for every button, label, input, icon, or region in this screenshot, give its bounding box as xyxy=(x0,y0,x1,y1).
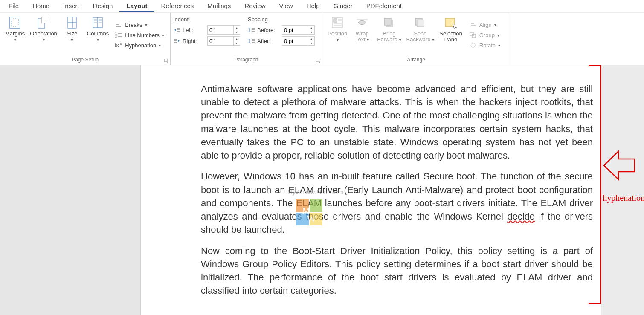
spacing-before-label: Before: xyxy=(257,27,280,33)
send-backward-label-2: Backward xyxy=(406,36,431,43)
size-label: Size xyxy=(67,31,77,37)
chevron-down-icon: ▾ xyxy=(97,38,99,42)
document-area: Antimalware software applications have b… xyxy=(0,65,644,315)
send-backward-button[interactable]: SendBackward ▾ xyxy=(404,14,437,55)
tab-pdfelement[interactable]: PDFelement xyxy=(360,0,409,12)
svg-rect-49 xyxy=(417,20,424,27)
indent-right-icon xyxy=(173,38,181,44)
line-numbers-icon: 12 xyxy=(115,31,122,39)
chevron-down-icon: ▾ xyxy=(14,38,16,42)
chevron-down-icon: ▾ xyxy=(497,33,499,38)
left-margin-gutter xyxy=(0,65,141,315)
group-icon xyxy=(469,31,477,39)
tab-file[interactable]: File xyxy=(2,0,26,12)
chevron-down-icon: ▾ xyxy=(71,38,73,42)
bring-forward-label-2: Forward xyxy=(377,36,397,43)
chevron-down-icon: ▾ xyxy=(494,23,496,27)
line-numbers-button[interactable]: 12 Line Numbers ▾ xyxy=(113,30,166,40)
spacing-after-icon xyxy=(248,38,255,44)
tab-references[interactable]: References xyxy=(154,0,201,12)
size-icon xyxy=(66,15,78,30)
group-label-arrange: Arrange xyxy=(325,55,507,64)
hyphenation-button[interactable]: bca- Hyphenation ▾ xyxy=(113,40,166,50)
spacing-before-value[interactable] xyxy=(282,27,308,33)
columns-button[interactable]: Columns ▾ xyxy=(84,14,111,55)
breaks-button[interactable]: Breaks ▾ xyxy=(113,20,166,29)
svg-text:2: 2 xyxy=(115,35,117,38)
group-objects-button[interactable]: Group ▾ xyxy=(467,30,502,40)
spacing-after-spinner[interactable]: ▲▼ xyxy=(282,36,315,46)
spin-down-icon[interactable]: ▼ xyxy=(234,30,240,34)
line-numbers-label: Line Numbers xyxy=(125,32,160,38)
svg-text:bc: bc xyxy=(115,43,120,48)
spin-up-icon[interactable]: ▲ xyxy=(234,26,240,30)
tab-ginger[interactable]: Ginger xyxy=(327,0,360,12)
columns-label: Columns xyxy=(87,31,109,37)
rotate-label: Rotate xyxy=(479,42,496,49)
bring-forward-label-1: Bring xyxy=(383,30,395,37)
chevron-down-icon: ▾ xyxy=(432,38,434,42)
ribbon-tabs: File Home Insert Design Layout Reference… xyxy=(0,0,644,13)
selection-pane-label-2: Pane xyxy=(444,36,457,43)
spellcheck-underline[interactable]: decide xyxy=(507,211,535,222)
tab-help[interactable]: Help xyxy=(300,0,327,12)
margins-icon xyxy=(9,15,21,30)
group-label-page-setup: Page Setup xyxy=(3,55,168,64)
document-page[interactable]: Antimalware software applications have b… xyxy=(141,65,601,315)
margins-button[interactable]: Margins ▾ xyxy=(3,14,27,55)
indent-right-label: Right: xyxy=(183,38,206,44)
document-paragraph-1[interactable]: Antimalware software applications have b… xyxy=(201,82,593,162)
tab-review[interactable]: Review xyxy=(238,0,272,12)
indent-left-icon xyxy=(173,27,181,33)
tab-design[interactable]: Design xyxy=(86,0,120,12)
hyphenation-icon: bca- xyxy=(115,41,122,49)
bring-forward-button[interactable]: BringForward ▾ xyxy=(374,14,403,55)
spacing-before-spinner[interactable]: ▲▼ xyxy=(282,25,315,35)
tab-home[interactable]: Home xyxy=(26,0,56,12)
selection-pane-icon xyxy=(444,15,458,30)
indent-right-spinner[interactable]: ▲▼ xyxy=(207,36,240,46)
tab-mailings[interactable]: Mailings xyxy=(200,0,238,12)
annotation-label: hyphenation xyxy=(603,193,644,203)
page-setup-launcher[interactable] xyxy=(163,58,169,64)
chevron-down-icon: ▾ xyxy=(162,33,164,38)
breaks-label: Breaks xyxy=(125,22,142,28)
svg-rect-52 xyxy=(471,23,474,24)
align-label: Align xyxy=(479,22,492,28)
position-button[interactable]: Position ▾ xyxy=(325,14,350,55)
send-backward-label-1: Send xyxy=(414,30,426,37)
wrap-text-icon xyxy=(356,15,368,30)
wrap-text-button[interactable]: WrapText ▾ xyxy=(350,14,374,55)
ribbon: Margins ▾ Orientation ▾ Size ▾ xyxy=(0,13,644,65)
tab-layout[interactable]: Layout xyxy=(119,0,154,12)
align-button[interactable]: Align ▾ xyxy=(467,20,502,29)
orientation-label: Orientation xyxy=(30,31,57,37)
rotate-button[interactable]: Rotate ▾ xyxy=(467,40,502,50)
spin-down-icon[interactable]: ▼ xyxy=(308,30,314,34)
selection-pane-button[interactable]: SelectionPane xyxy=(437,14,464,55)
group-paragraph: Indent Left: ▲▼ Right: xyxy=(171,13,322,65)
align-icon xyxy=(469,21,477,29)
spin-up-icon[interactable]: ▲ xyxy=(234,37,240,41)
tab-insert[interactable]: Insert xyxy=(56,0,86,12)
spin-up-icon[interactable]: ▲ xyxy=(308,26,314,30)
svg-rect-3 xyxy=(41,17,49,23)
bring-forward-icon xyxy=(383,15,395,30)
spacing-after-label: After: xyxy=(257,38,280,44)
position-icon xyxy=(331,15,344,30)
paragraph-launcher[interactable] xyxy=(315,58,321,64)
spin-down-icon[interactable]: ▼ xyxy=(308,41,314,45)
document-paragraph-2[interactable]: However, Windows 10 has an in-built feat… xyxy=(201,170,593,236)
spacing-after-value[interactable] xyxy=(282,38,308,44)
indent-right-value[interactable] xyxy=(208,38,233,44)
indent-left-value[interactable] xyxy=(208,27,233,33)
orientation-button[interactable]: Orientation ▾ xyxy=(27,14,60,55)
size-button[interactable]: Size ▾ xyxy=(60,14,84,55)
tab-view[interactable]: View xyxy=(273,0,300,12)
indent-left-spinner[interactable]: ▲▼ xyxy=(207,25,240,35)
spacing-heading: Spacing xyxy=(248,16,315,23)
document-paragraph-3[interactable]: Now coming to the Boot-Start Driver Init… xyxy=(201,244,593,298)
spin-up-icon[interactable]: ▲ xyxy=(308,37,314,41)
spin-down-icon[interactable]: ▼ xyxy=(234,41,240,45)
position-label: Position xyxy=(328,31,347,37)
